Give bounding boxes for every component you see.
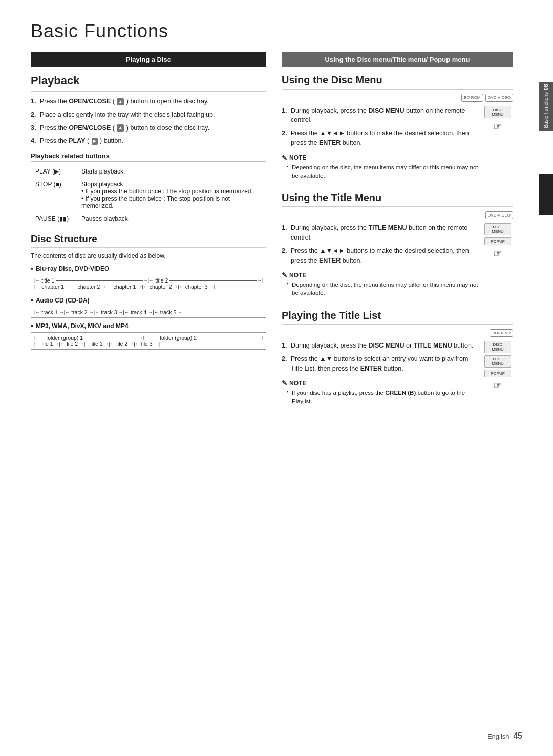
- title-list-note-item: If your disc has a playlist, press the G…: [287, 388, 478, 405]
- bluray-row-2: |← chapter 1 →|← chapter 2 →|← chapter 1…: [34, 284, 263, 290]
- title-menu-note-item: Depending on the disc, the menu items ma…: [287, 280, 478, 297]
- title-list-step-2: 2. Press the ▲▼ buttons to select an ent…: [282, 354, 478, 374]
- disc-structure-desc: The contents of disc are usually divided…: [31, 252, 266, 260]
- open-close-icon-1: ▲: [117, 98, 124, 105]
- playing-title-list-title: Playing the Title List: [282, 310, 513, 325]
- disc-menu-step-2: 2. Press the ▲▼◄► buttons to make the de…: [282, 128, 478, 148]
- playing-title-list-section: Playing the Title List BD-RE/-R 1. Durin…: [282, 310, 513, 409]
- audio-cd-diagram: |← track 1 →|← track 2 →|← track 3 →|← t…: [31, 307, 266, 318]
- page-footer: English 45: [487, 731, 522, 741]
- hand-icon-1: ☞: [493, 120, 502, 133]
- page-wrapper: 06 Basic Functions Basic Functions Playi…: [0, 0, 553, 756]
- playback-step-4: 4. Press the PLAY ( ▶ ) button.: [31, 136, 266, 146]
- chapter-number: 06: [543, 84, 549, 90]
- title-menu-section: Using the Title Menu DVD-VIDEO 1. During…: [282, 192, 513, 301]
- title-list-step-1: 1. During playback, press the DISC MENU …: [282, 341, 478, 351]
- related-buttons-title: Playback related buttons: [31, 152, 266, 162]
- play-icon: ▶: [92, 138, 98, 145]
- table-row: PAUSE (▮▮) Pauses playback.: [31, 212, 266, 225]
- disc-menu-note-title: NOTE: [282, 154, 478, 162]
- title-menu-step-1: 1. During playback, press the TITLE MENU…: [282, 223, 478, 243]
- table-row: PLAY (▶) Starts playback.: [31, 165, 266, 178]
- bluray-diagram: |← title 1 →|← title 2 →| |← chapter 1 →…: [31, 275, 266, 292]
- disc-menu-title: Using the Disc Menu: [282, 74, 513, 90]
- title-menu-buttons: TITLE MENU POPUP ☞: [482, 223, 513, 301]
- title-list-content: 1. During playback, press the DISC MENU …: [282, 341, 513, 409]
- playback-step-2: 2. Place a disc gently into the tray wit…: [31, 110, 266, 120]
- mp3-label: MP3, WMA, DivX, MKV and MP4: [31, 322, 266, 330]
- bluray-row-1: |← title 1 →|← title 2 →|: [34, 277, 263, 284]
- left-column: Playing a Disc Playback 1. Press the OPE…: [31, 52, 266, 409]
- playback-table: PLAY (▶) Starts playback. STOP (■) Stops…: [31, 165, 266, 225]
- title-menu-note-title: NOTE: [282, 271, 478, 279]
- popup-button-img-2: POPUP: [484, 370, 511, 377]
- title-list-icons: BD-RE/-R: [282, 329, 513, 337]
- side-tab: 06 Basic Functions: [539, 82, 553, 131]
- disc-menu-button-img: DISC MENU: [484, 106, 511, 118]
- two-column-layout: Playing a Disc Playback 1. Press the OPE…: [31, 52, 513, 409]
- title-menu-content: 1. During playback, press the TITLE MENU…: [282, 223, 513, 301]
- open-close-icon-2: ▲: [117, 124, 124, 132]
- popup-button-img: POPUP: [484, 237, 511, 245]
- table-row: STOP (■) Stops playback. • If you press …: [31, 178, 266, 212]
- audio-cd-row: |← track 1 →|← track 2 →|← track 3 →|← t…: [34, 309, 263, 315]
- audio-cd-label: Audio CD (CD-DA): [31, 296, 266, 305]
- disc-menu-note-item: Depending on the disc, the menu items ma…: [287, 163, 478, 180]
- right-column: Using the Disc menu/Title menu/ Popup me…: [282, 52, 513, 409]
- disc-menu-buttons: DISC MENU ☞: [482, 106, 513, 184]
- disc-menu-button-img-2: DISC MENU: [484, 341, 511, 353]
- playback-steps: 1. Press the OPEN/CLOSE ( ▲ ) button to …: [31, 97, 266, 146]
- bd-re-r-icon: BD-RE/-R: [490, 329, 513, 337]
- bd-rom-icon: BD-ROM: [461, 94, 483, 102]
- title-list-note: NOTE If your disc has a playlist, press …: [282, 379, 478, 405]
- right-header-text: Using the Disc menu/Title menu/ Popup me…: [325, 56, 470, 63]
- disc-menu-section: BD-ROM DVD-VIDEO 1. During playback, pre…: [282, 94, 513, 184]
- title-menu-steps: 1. During playback, press the TITLE MENU…: [282, 223, 478, 301]
- title-list-steps: 1. During playback, press the DISC MENU …: [282, 341, 478, 409]
- title-menu-step-2: 2. Press the ▲▼◄► buttons to make the de…: [282, 246, 478, 266]
- playback-step-3: 3. Press the OPEN/CLOSE ( ▲ ) button to …: [31, 123, 266, 133]
- mp3-row-1: |←— folder (group) 1 —→|←—— folder (grou…: [34, 335, 263, 341]
- page-title: Basic Functions: [31, 20, 513, 42]
- page-number: 45: [513, 731, 522, 740]
- chapter-label: Basic Functions: [543, 92, 549, 128]
- playback-title: Playback: [31, 74, 266, 92]
- title-menu-title: Using the Title Menu: [282, 192, 513, 207]
- disc-structure-section: Disc Structure The contents of disc are …: [31, 233, 266, 350]
- disc-menu-step-1: 1. During playback, press the DISC MENU …: [282, 106, 478, 125]
- title-menu-icons: DVD-VIDEO: [282, 211, 513, 220]
- pause-value: Pauses playback.: [77, 212, 266, 225]
- bluray-label: Blu-ray Disc, DVD-VIDEO: [31, 265, 266, 273]
- disc-structure-title: Disc Structure: [31, 233, 266, 248]
- side-black-bar: [539, 174, 553, 215]
- hand-icon-2: ☞: [493, 247, 502, 260]
- title-menu-button-img: TITLE MENU: [484, 223, 511, 235]
- mp3-diagram: |←— folder (group) 1 —→|←—— folder (grou…: [31, 332, 266, 350]
- playback-step-1: 1. Press the OPEN/CLOSE ( ▲ ) button to …: [31, 97, 266, 106]
- right-section-header: Using the Disc menu/Title menu/ Popup me…: [282, 52, 513, 67]
- play-key: PLAY (▶): [31, 165, 77, 178]
- title-menu-note: NOTE Depending on the disc, the menu ite…: [282, 271, 478, 297]
- disc-menu-content: 1. During playback, press the DISC MENU …: [282, 106, 513, 184]
- play-value: Starts playback.: [77, 165, 266, 178]
- disc-menu-note: NOTE Depending on the disc, the menu ite…: [282, 154, 478, 180]
- dvd-video-icon-1: DVD-VIDEO: [485, 94, 513, 102]
- dvd-video-icon-2: DVD-VIDEO: [485, 211, 513, 220]
- left-section-header: Playing a Disc: [31, 52, 266, 67]
- disc-menu-steps: 1. During playback, press the DISC MENU …: [282, 106, 478, 184]
- title-list-note-title: NOTE: [282, 379, 478, 387]
- mp3-row-2: |← file 1 →|← file 2 →|← file 1 →|← file…: [34, 341, 263, 347]
- pause-key: PAUSE (▮▮): [31, 212, 77, 225]
- stop-value: Stops playback. • If you press the butto…: [77, 178, 266, 212]
- hand-icon-3: ☞: [493, 379, 502, 392]
- title-menu-button-img-2: TITLE MENU: [484, 355, 511, 368]
- title-list-buttons: DISC MENU TITLE MENU POPUP ☞: [482, 341, 513, 409]
- stop-key: STOP (■): [31, 178, 77, 212]
- main-content: Basic Functions Playing a Disc Playback …: [0, 0, 539, 756]
- language-label: English: [487, 732, 509, 740]
- disc-menu-icons: BD-ROM DVD-VIDEO: [282, 94, 513, 102]
